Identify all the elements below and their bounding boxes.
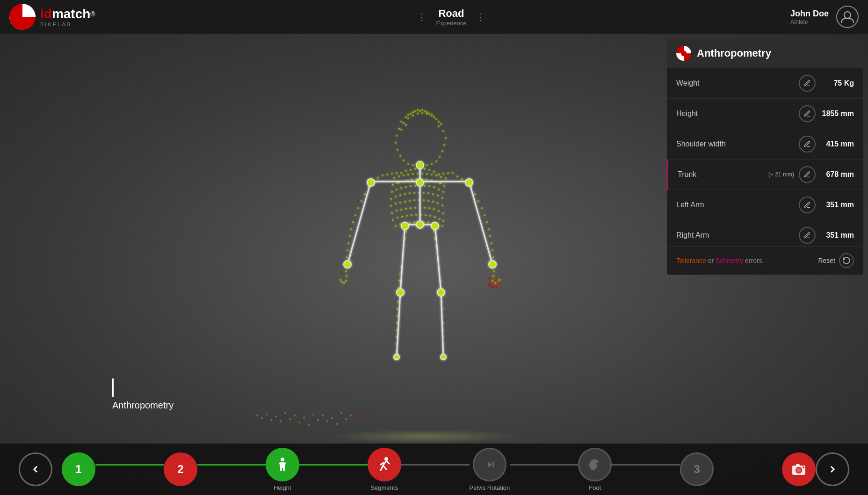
svg-point-148	[411, 214, 412, 216]
anthro-edit-height[interactable]	[799, 105, 816, 122]
svg-point-198	[492, 275, 494, 277]
svg-point-48	[441, 150, 443, 152]
svg-point-77	[417, 173, 419, 175]
header-right-dots[interactable]: ⋮	[476, 11, 485, 22]
svg-point-50	[400, 172, 402, 174]
svg-point-76	[412, 173, 414, 175]
svg-point-269	[431, 222, 439, 230]
svg-point-186	[474, 193, 476, 195]
svg-point-113	[413, 192, 415, 194]
svg-point-145	[397, 217, 398, 218]
svg-point-131	[441, 204, 443, 206]
svg-point-262	[416, 179, 424, 186]
svg-point-197	[493, 270, 495, 272]
svg-point-74	[403, 175, 405, 176]
svg-point-177	[346, 256, 347, 258]
svg-point-64	[396, 172, 398, 174]
svg-point-25	[421, 112, 423, 114]
svg-point-17	[428, 113, 430, 115]
svg-point-122	[399, 202, 401, 204]
svg-point-281	[256, 415, 258, 416]
svg-point-329	[796, 468, 801, 473]
svg-point-63	[391, 173, 393, 175]
svg-point-182	[343, 282, 345, 284]
svg-point-250	[440, 182, 442, 184]
reset-label: Reset	[818, 257, 835, 264]
nav-segments-label: Segments	[370, 484, 398, 491]
nav-step-3[interactable]: 3	[680, 452, 714, 486]
nav-forward-button[interactable]	[816, 452, 849, 486]
anthropometry-panel: Anthropometry Weight 75 Kg Height	[667, 38, 863, 275]
svg-point-130	[437, 202, 439, 204]
nav-connector-height-segments	[299, 464, 368, 466]
svg-point-144	[392, 219, 394, 221]
user-avatar[interactable]	[836, 6, 859, 28]
nav-connector-pelvis-foot	[510, 464, 578, 466]
anthro-value-weight: 75 Kg	[821, 79, 854, 87]
nav-step-foot-circle	[578, 448, 612, 481]
nav-step-segments[interactable]: Segments	[368, 448, 401, 491]
svg-point-53	[414, 168, 416, 170]
svg-point-83	[445, 177, 447, 179]
logo-match: match	[52, 7, 90, 22]
nav-step-2[interactable]: 2	[164, 452, 197, 486]
svg-point-62	[386, 174, 388, 175]
anthro-logo-icon	[676, 46, 691, 61]
nav-step-foot[interactable]: Foot	[578, 448, 612, 491]
tolerance-suffix: errors.	[745, 257, 764, 264]
svg-line-318	[383, 466, 386, 469]
svg-point-107	[442, 191, 444, 193]
svg-point-31	[400, 129, 402, 131]
header-user-name: John Doe	[790, 9, 829, 19]
svg-point-61	[382, 175, 383, 176]
anthro-edit-trunk[interactable]	[799, 166, 816, 183]
anthro-panel-title: Anthropometry	[697, 47, 771, 59]
logo-registered: ®	[90, 10, 95, 18]
svg-point-104	[428, 185, 430, 187]
svg-point-153	[434, 216, 436, 218]
svg-line-254	[469, 182, 492, 264]
nav-step-height[interactable]: Height	[266, 448, 299, 491]
svg-rect-330	[796, 464, 800, 466]
reset-button[interactable]: Reset	[818, 253, 854, 268]
svg-point-47	[439, 156, 441, 158]
nav-back-button[interactable]	[19, 452, 52, 486]
anthro-edit-shoulder[interactable]	[799, 136, 816, 153]
anthro-value-right-arm: 351 mm	[821, 231, 854, 240]
anthro-edit-left-arm[interactable]	[799, 197, 816, 213]
svg-point-244	[412, 179, 414, 181]
anthro-label-left-arm: Left Arm	[676, 201, 799, 209]
svg-point-172	[352, 221, 354, 223]
svg-point-303	[357, 417, 359, 419]
anthro-edit-right-arm[interactable]	[799, 227, 816, 244]
svg-point-305	[366, 419, 368, 421]
camera-button[interactable]	[782, 452, 816, 486]
svg-point-6	[412, 111, 414, 113]
svg-point-214	[397, 308, 398, 310]
svg-point-44	[426, 164, 428, 166]
anthro-measurements-list[interactable]: Weight 75 Kg Height 1855 mm	[667, 68, 863, 246]
svg-point-16	[424, 110, 426, 112]
svg-point-261	[416, 161, 424, 169]
svg-point-41	[412, 164, 414, 166]
header-left-dots[interactable]: ⋮	[417, 11, 427, 22]
nav-step-1-circle: 1	[62, 452, 95, 486]
svg-point-78	[421, 173, 423, 175]
anthro-label-trunk: Trunk	[678, 170, 768, 179]
svg-point-265	[344, 261, 351, 268]
svg-point-2	[844, 12, 851, 18]
header-experience-title: Road	[436, 7, 466, 20]
svg-point-100	[410, 185, 412, 187]
header-user-info: John Doe Athlete	[790, 9, 829, 25]
svg-point-191	[488, 228, 490, 230]
nav-step-3-label: 3	[694, 463, 700, 476]
anthro-edit-weight[interactable]	[799, 75, 816, 92]
svg-marker-321	[488, 462, 492, 467]
svg-point-160	[413, 221, 415, 223]
svg-point-175	[347, 242, 349, 244]
svg-point-111	[404, 193, 406, 195]
nav-step-1[interactable]: 1	[62, 452, 95, 486]
svg-point-163	[427, 221, 429, 223]
nav-step-2-label: 2	[177, 463, 183, 476]
nav-step-pelvis[interactable]: Pelvis Rotation	[470, 448, 510, 491]
